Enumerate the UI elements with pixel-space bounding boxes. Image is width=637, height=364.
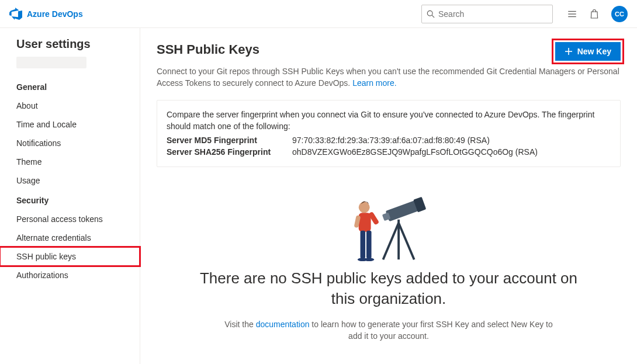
sidebar-item-alt-credentials[interactable]: Alternate credentials <box>0 228 140 247</box>
empty-state-subtext: Visit the documentation to learn how to … <box>157 318 621 342</box>
svg-rect-20 <box>361 231 366 259</box>
sidebar-item-time-locale[interactable]: Time and Locale <box>0 115 140 134</box>
svg-rect-17 <box>359 213 371 231</box>
brand-label: Azure DevOps <box>27 9 83 19</box>
new-key-button[interactable]: New Key <box>555 42 621 61</box>
svg-point-0 <box>427 11 432 16</box>
sidebar-item-about[interactable]: About <box>0 96 140 115</box>
sidebar-item-pat[interactable]: Personal access tokens <box>0 210 140 228</box>
plus-icon <box>565 47 573 56</box>
svg-line-11 <box>399 223 414 259</box>
main-content: SSH Public Keys New Key Connect to your … <box>140 28 637 364</box>
section-label-general: General <box>0 77 140 96</box>
svg-point-16 <box>359 202 370 213</box>
documentation-link[interactable]: documentation <box>256 320 310 329</box>
section-label-security: Security <box>0 190 140 210</box>
azure-devops-logo-icon <box>9 8 22 20</box>
brand-block[interactable]: Azure DevOps <box>9 8 83 20</box>
fingerprint-intro: Compare the server fingerprint when you … <box>167 109 611 133</box>
learn-more-link[interactable]: Learn more. <box>352 78 396 88</box>
fingerprint-card: Compare the server fingerprint when you … <box>157 100 621 167</box>
svg-line-10 <box>383 223 399 259</box>
sidebar-item-authorizations[interactable]: Authorizations <box>0 266 140 285</box>
page-description: Connect to your Git repos through SSH Pu… <box>157 65 621 89</box>
sidebar-item-usage[interactable]: Usage <box>0 171 140 190</box>
svg-rect-21 <box>366 231 372 259</box>
svg-line-1 <box>432 15 434 18</box>
sidebar-item-notifications[interactable]: Notifications <box>0 134 140 152</box>
user-name-placeholder <box>16 57 86 68</box>
sidebar-title: User settings <box>0 37 140 57</box>
sidebar-item-ssh-keys[interactable]: SSH public keys <box>0 247 140 266</box>
sidebar: User settings General About Time and Loc… <box>0 28 140 364</box>
page-title: SSH Public Keys <box>157 42 259 57</box>
new-key-label: New Key <box>577 47 611 56</box>
sha256-fingerprint-value: ohD8VZEXGWo6Ez8GSEJQ9WpafgLFsOfLOtGGQCQo… <box>292 146 538 158</box>
svg-point-23 <box>364 258 374 261</box>
sha256-fingerprint-label: Server SHA256 Fingerprint <box>167 146 286 158</box>
search-box[interactable] <box>421 5 553 23</box>
search-icon <box>427 10 435 18</box>
search-input[interactable] <box>438 9 548 19</box>
empty-state: There are no SSH public keys added to yo… <box>157 180 621 342</box>
avatar[interactable]: CC <box>611 6 628 22</box>
md5-fingerprint-label: Server MD5 Fingerprint <box>167 134 286 146</box>
list-icon[interactable] <box>567 9 577 19</box>
empty-state-title: There are no SSH public keys added to yo… <box>157 268 621 318</box>
shopping-bag-icon[interactable] <box>589 9 600 19</box>
topbar: Azure DevOps CC <box>0 0 637 28</box>
empty-state-illustration-icon <box>333 180 444 265</box>
md5-fingerprint-value: 97:70:33:82:fd:29:3a:73:39:af:6a:07:ad:f… <box>292 134 490 146</box>
topbar-actions: CC <box>567 6 628 22</box>
sidebar-item-theme[interactable]: Theme <box>0 152 140 171</box>
